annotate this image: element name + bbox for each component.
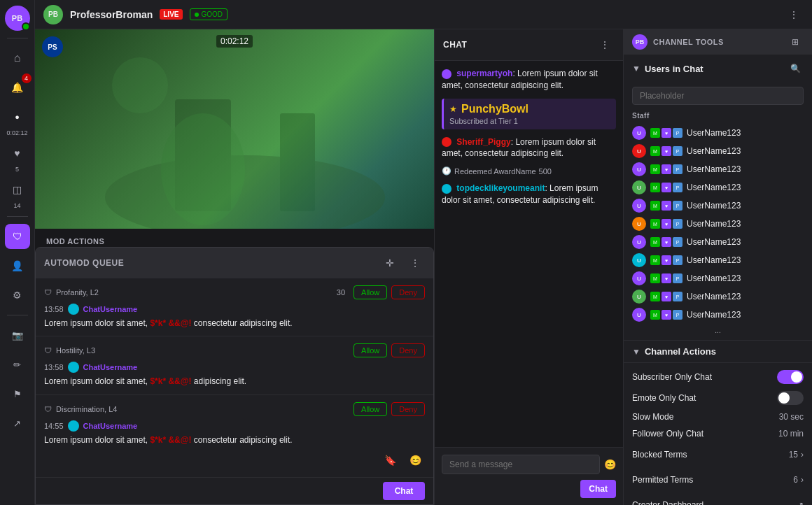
sidebar-divider-2 — [7, 216, 28, 217]
user-list-item[interactable]: U M ♥ P UserName123 — [624, 233, 812, 251]
chat-panel: CHAT ⋮ supermartyoh: Lorem ipsum dolor s… — [434, 29, 623, 505]
automod-item-3-header: 🛡 Discrimination, L4 Allow Deny — [44, 402, 425, 416]
automod-item-2-header: 🛡 Hostility, L3 Allow Deny — [44, 343, 425, 357]
sub-username[interactable]: PunchyBowl — [461, 103, 528, 115]
svg-point-4 — [112, 57, 168, 113]
logout-icon[interactable]: ↗ — [5, 411, 30, 436]
pencil-icon[interactable]: ✏ — [5, 352, 30, 377]
chat-emoji-icon[interactable]: 😊 — [604, 459, 616, 470]
sub-badge-9: ♥ — [662, 292, 671, 301]
user-avatar[interactable]: PB — [5, 6, 30, 31]
automod-user-3[interactable]: ChatUsername — [83, 422, 138, 430]
link-row-0[interactable]: Blocked Terms 15 › — [632, 446, 804, 464]
home-icon[interactable]: ⌂ — [5, 45, 30, 71]
user-list-item[interactable]: U M ♥ P UserName123 — [624, 306, 812, 324]
user-avatar-5: U — [632, 217, 646, 231]
automod-user-2[interactable]: ChatUsername — [83, 363, 138, 371]
chevron-right-icon: › — [801, 450, 804, 460]
user-list-item[interactable]: U M ♥ P UserName123 — [624, 142, 812, 160]
censored-text-1: $*k* &&@! — [150, 318, 191, 328]
quality-dot — [195, 13, 199, 17]
creator-dashboard-link[interactable]: Creator Dashboard ↗ — [632, 496, 804, 505]
chat-input[interactable] — [442, 455, 600, 474]
chat-more-icon[interactable]: ⋮ — [595, 35, 615, 55]
chat-avatar-1 — [442, 69, 451, 79]
automod-avatar-3 — [68, 420, 79, 432]
user-badges-7: M ♥ P — [650, 255, 682, 265]
prime-badge-9: P — [673, 292, 682, 301]
automod-item-2: 🛡 Hostility, L3 Allow Deny 13:58 Chat — [36, 336, 433, 395]
automod-smiley-icon[interactable]: 😊 — [405, 450, 425, 470]
channel-tools-expand-icon[interactable]: ⊞ — [787, 34, 804, 50]
following-icon[interactable]: ♥ — [5, 141, 30, 166]
users-in-chat-section: ▼ Users in Chat 🔍 Staff U M ♥ P UserName… — [624, 55, 812, 341]
automod-count-1: 30 — [337, 288, 345, 297]
setting-label-3: Follower Only Chat — [632, 429, 704, 439]
user-badges-6: M ♥ P — [650, 237, 682, 247]
user-list-item[interactable]: U M ♥ P UserName123 — [624, 287, 812, 306]
user-list-item[interactable]: U M ♥ P UserName123 — [624, 215, 812, 233]
link-row-1[interactable]: Permitted Terms 6 › — [632, 471, 804, 489]
user-list-item[interactable]: U M ♥ P UserName123 — [624, 178, 812, 197]
censored-text-3: $*k* &&@! — [150, 435, 191, 445]
channel-actions-collapse-icon[interactable]: ▼ — [632, 347, 640, 357]
automod-avatar-1 — [68, 304, 79, 315]
automod-header: AUTOMOD QUEUE ✛ ⋮ — [36, 248, 433, 278]
timer-icon: ● — [5, 104, 30, 129]
friends-icon[interactable]: 👤 — [5, 253, 30, 278]
more-options-icon[interactable]: ⋮ — [784, 5, 804, 24]
live-badge: LIVE — [160, 9, 182, 20]
user-badges-0: M ♥ P — [650, 128, 682, 138]
timer-display: 0:02:12 — [6, 129, 27, 136]
allow-btn-3[interactable]: Allow — [354, 402, 387, 416]
prime-badge-8: P — [673, 273, 682, 283]
users-search-input[interactable] — [632, 87, 804, 105]
chat-title: CHAT — [443, 40, 467, 50]
streamer-name[interactable]: ProfessorBroman — [70, 9, 153, 20]
prime-badge-3: P — [673, 183, 682, 192]
deny-btn-1[interactable]: Deny — [391, 285, 425, 299]
user-badges-9: M ♥ P — [650, 292, 682, 301]
user-avatar-9: U — [632, 290, 646, 304]
toggle-1[interactable] — [777, 391, 804, 405]
automod-title: AUTOMOD QUEUE — [44, 258, 124, 268]
user-badges-2: M ♥ P — [650, 164, 682, 174]
allow-btn-2[interactable]: Allow — [354, 343, 387, 357]
automod-msg-header-1: 13:58 ChatUsername — [44, 304, 425, 315]
bell-icon[interactable]: 🔔 4 — [5, 75, 30, 100]
chat-username-3[interactable]: Sheriff_Piggy — [456, 137, 510, 147]
users-section-title: Users in Chat — [645, 64, 704, 74]
setting-label-2: Slow Mode — [632, 412, 673, 422]
user-list-item[interactable]: U M ♥ P UserName123 — [624, 269, 812, 287]
chat-avatar-5 — [442, 184, 451, 194]
user-list-item[interactable]: U M ♥ P UserName123 — [624, 251, 812, 269]
user-list-item[interactable]: U M ♥ P UserName123 — [624, 160, 812, 178]
users-search-icon[interactable]: 🔍 — [787, 60, 804, 77]
user-name-1: UserName123 — [687, 146, 741, 156]
mod-badge-0: M — [650, 128, 660, 138]
channel-tools-avatar: PB — [632, 34, 648, 50]
user-name-4: UserName123 — [687, 201, 741, 211]
mod-icon[interactable]: 🛡 — [5, 224, 30, 249]
deny-btn-3[interactable]: Deny — [391, 402, 425, 416]
user-list-item[interactable]: U M ♥ P UserName123 — [624, 124, 812, 142]
gear-icon[interactable]: ⚙ — [5, 283, 30, 308]
prime-badge-7: P — [673, 255, 682, 265]
activity-icon[interactable]: ◫ — [5, 177, 30, 202]
camera-icon[interactable]: 📷 — [5, 322, 30, 348]
users-collapse-icon[interactable]: ▼ — [632, 64, 640, 73]
allow-btn-1[interactable]: Allow — [354, 285, 387, 299]
automod-more-icon[interactable]: ⋮ — [405, 253, 425, 273]
automod-heart-icon[interactable]: 🔖 — [380, 450, 400, 470]
deny-btn-2[interactable]: Deny — [391, 343, 425, 357]
chat-send-btn[interactable]: Chat — [383, 482, 425, 500]
toggle-0[interactable] — [777, 370, 804, 384]
chat-username-5[interactable]: topdecklikeyoumeanit — [456, 183, 545, 193]
user-list-item[interactable]: U M ♥ P UserName123 — [624, 197, 812, 215]
clips-icon[interactable]: ⚑ — [5, 381, 30, 406]
chat-btn[interactable]: Chat — [580, 480, 616, 498]
automod-user-1[interactable]: ChatUsername — [83, 305, 138, 313]
chat-username-1[interactable]: supermartyoh — [456, 69, 512, 78]
automod-move-icon[interactable]: ✛ — [380, 253, 400, 273]
game-scene — [35, 29, 434, 229]
